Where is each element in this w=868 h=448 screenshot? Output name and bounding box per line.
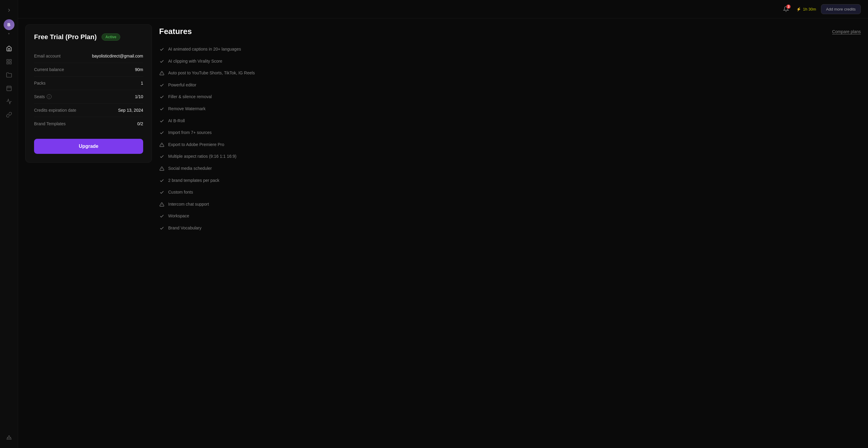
avatar-chevron[interactable]: ▾ bbox=[8, 32, 10, 35]
feature-text: AI clipping with Virality Score bbox=[168, 59, 222, 64]
plan-row-expiration: Credits expiration date Sep 13, 2024 bbox=[34, 104, 143, 117]
feature-item: Custom fonts bbox=[159, 186, 861, 198]
compare-plans-link[interactable]: Compare plans bbox=[832, 29, 861, 34]
plan-card: Free Trial (Pro Plan) Active Email accou… bbox=[25, 24, 152, 163]
add-credits-button[interactable]: Add more credits bbox=[821, 4, 861, 14]
sidebar-item-folder[interactable] bbox=[3, 69, 15, 81]
warning-icon bbox=[159, 202, 164, 207]
feature-text: Export to Adobe Premiere Pro bbox=[168, 142, 224, 148]
feature-item: Import from 7+ sources bbox=[159, 127, 861, 139]
sidebar-collapse-button[interactable] bbox=[4, 5, 14, 16]
feature-text: Brand Vocabulary bbox=[168, 225, 202, 231]
plan-row-templates: Brand Templates 0/2 bbox=[34, 117, 143, 130]
svg-rect-1 bbox=[9, 60, 11, 61]
plan-value-packs: 1 bbox=[141, 81, 143, 85]
sidebar-item-home[interactable] bbox=[3, 42, 15, 55]
plan-title: Free Trial (Pro Plan) bbox=[34, 33, 97, 41]
check-icon bbox=[159, 178, 164, 183]
svg-rect-4 bbox=[7, 86, 11, 91]
credits-time: 1h 30m bbox=[803, 7, 816, 11]
plan-row-seats: Seats i 1/10 bbox=[34, 90, 143, 104]
plan-value-balance: 90m bbox=[135, 67, 143, 72]
plan-header: Free Trial (Pro Plan) Active bbox=[34, 33, 143, 41]
feature-text: Auto post to YouTube Shorts, TikTok, IG … bbox=[168, 70, 255, 76]
feature-text: Social media scheduler bbox=[168, 166, 212, 172]
avatar[interactable]: B bbox=[4, 19, 14, 30]
feature-item: AI B-Roll bbox=[159, 115, 861, 127]
plan-badge: Active bbox=[101, 33, 120, 41]
sidebar-item-calendar[interactable] bbox=[3, 82, 15, 94]
sidebar-item-crown[interactable] bbox=[3, 431, 15, 443]
lightning-icon: ⚡ bbox=[796, 7, 801, 11]
feature-text: 2 brand templates per pack bbox=[168, 178, 219, 184]
feature-item: Auto post to YouTube Shorts, TikTok, IG … bbox=[159, 67, 861, 79]
notification-button[interactable]: 3 bbox=[781, 4, 792, 14]
warning-icon bbox=[159, 166, 164, 171]
check-icon bbox=[159, 118, 164, 124]
check-icon bbox=[159, 59, 164, 64]
plan-label-templates: Brand Templates bbox=[34, 121, 66, 126]
check-icon bbox=[159, 213, 164, 219]
features-list: AI animated captions in 20+ languages AI… bbox=[159, 43, 861, 234]
feature-text: Intercom chat support bbox=[168, 201, 209, 207]
feature-item: Brand Vocabulary bbox=[159, 222, 861, 234]
plan-label-expiration: Credits expiration date bbox=[34, 108, 76, 113]
feature-item: Filler & silence removal bbox=[159, 91, 861, 103]
check-icon bbox=[159, 226, 164, 231]
feature-text: AI animated captions in 20+ languages bbox=[168, 46, 241, 53]
warning-icon bbox=[159, 70, 164, 76]
upgrade-button[interactable]: Upgrade bbox=[34, 139, 143, 154]
svg-rect-0 bbox=[7, 60, 8, 61]
page-content: Free Trial (Pro Plan) Active Email accou… bbox=[18, 19, 868, 448]
feature-item: 2 brand templates per pack bbox=[159, 175, 861, 187]
feature-item: Powerful editor bbox=[159, 79, 861, 91]
plan-label-email: Email account bbox=[34, 54, 61, 59]
feature-text: Workspace bbox=[168, 213, 189, 219]
plan-row-packs: Packs 1 bbox=[34, 76, 143, 90]
svg-point-8 bbox=[8, 436, 9, 437]
feature-item: Remove Watermark bbox=[159, 103, 861, 115]
features-header: Features Compare plans bbox=[159, 27, 861, 36]
check-icon bbox=[159, 47, 164, 52]
plan-value-expiration: Sep 13, 2024 bbox=[118, 108, 143, 113]
features-panel: Features Compare plans AI animated capti… bbox=[159, 24, 861, 442]
feature-text: Import from 7+ sources bbox=[168, 130, 212, 136]
plan-value-seats: 1/10 bbox=[135, 94, 143, 99]
plan-row-balance: Current balance 90m bbox=[34, 63, 143, 76]
plan-label-balance: Current balance bbox=[34, 67, 64, 72]
header: 3 ⚡ 1h 30m Add more credits bbox=[18, 0, 868, 19]
sidebar-top: B ▾ bbox=[0, 5, 18, 40]
feature-item: Social media scheduler bbox=[159, 163, 861, 175]
sidebar-item-apps[interactable] bbox=[3, 56, 15, 68]
plan-row-email: Email account bayolisticdirect@gmail.com bbox=[34, 49, 143, 63]
sidebar: B ▾ bbox=[0, 0, 18, 448]
feature-text: Custom fonts bbox=[168, 189, 193, 196]
check-icon bbox=[159, 130, 164, 136]
notification-badge: 3 bbox=[786, 4, 791, 9]
check-icon bbox=[159, 190, 164, 195]
plan-value-templates: 0/2 bbox=[137, 121, 143, 126]
check-icon bbox=[159, 82, 164, 88]
svg-rect-2 bbox=[7, 62, 8, 64]
feature-text: Multiple aspect ratios (9:16 1:1 16:9) bbox=[168, 153, 236, 160]
plan-details: Email account bayolisticdirect@gmail.com… bbox=[34, 49, 143, 130]
plan-label-packs: Packs bbox=[34, 81, 45, 85]
feature-text: Remove Watermark bbox=[168, 106, 206, 112]
seats-info-icon[interactable]: i bbox=[47, 94, 52, 99]
feature-item: Export to Adobe Premiere Pro bbox=[159, 139, 861, 151]
sidebar-bottom bbox=[1, 431, 18, 443]
sidebar-nav bbox=[0, 42, 18, 121]
feature-text: Filler & silence removal bbox=[168, 94, 212, 100]
credits-display: ⚡ 1h 30m bbox=[796, 7, 816, 11]
feature-text: Powerful editor bbox=[168, 82, 196, 88]
svg-rect-3 bbox=[9, 62, 11, 64]
sidebar-item-link[interactable] bbox=[3, 109, 15, 121]
features-title: Features bbox=[159, 27, 192, 36]
main-content: 3 ⚡ 1h 30m Add more credits Free Trial (… bbox=[18, 0, 868, 448]
feature-text: AI B-Roll bbox=[168, 118, 185, 124]
feature-item: AI animated captions in 20+ languages bbox=[159, 43, 861, 56]
feature-item: Workspace bbox=[159, 210, 861, 222]
plan-label-seats: Seats i bbox=[34, 94, 52, 99]
sidebar-item-analytics[interactable] bbox=[3, 96, 15, 107]
warning-icon bbox=[159, 142, 164, 147]
